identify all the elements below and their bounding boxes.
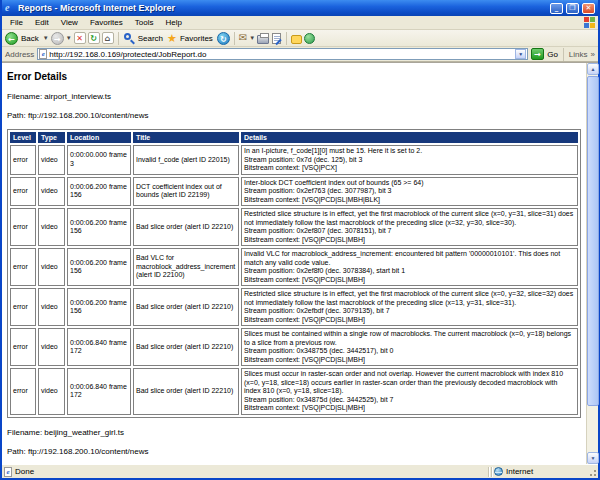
path-label: Path: [7, 447, 26, 456]
history-icon[interactable]: ↻ [217, 32, 230, 45]
addressbar-separator [563, 48, 564, 61]
cell-type: video [38, 145, 65, 175]
stop-icon[interactable]: ✕ [74, 32, 86, 44]
table-header-row: Level Type Location Title Details [10, 132, 578, 143]
menu-favorites[interactable]: Favorites [84, 18, 129, 27]
messenger-icon[interactable] [304, 33, 315, 44]
resize-grip[interactable] [588, 468, 596, 476]
cell-type: video [38, 248, 65, 286]
cell-location: 0:00:06.200 frame 156 [67, 248, 131, 286]
path-line: Path: ftp://192.168.200.10/content/news [7, 111, 581, 120]
menu-help[interactable]: Help [159, 18, 187, 27]
detail-line: Stream position: 0x2ef807 (dec. 3078151)… [244, 227, 575, 236]
cell-details: Slices must occur in raster-scan order a… [241, 368, 578, 415]
detail-line: Bitstream context: [VSQ|PCD|SL|MBH] [244, 316, 575, 325]
cell-title: Bad slice order (alert ID 22210) [133, 328, 239, 366]
standard-toolbar: ← Back ▼ → ▼ ✕ ↻ ⌂ Search ★ Favorites ↻ … [2, 30, 598, 47]
col-details: Details [241, 132, 578, 143]
filename-label: Filename: [7, 428, 42, 437]
detail-line: Stream position: 0x34875d (dec. 3442525)… [244, 396, 575, 405]
menu-view[interactable]: View [55, 18, 84, 27]
table-row: error video 0:00:06.840 frame 172 Bad sl… [10, 328, 578, 366]
toolbar-separator [234, 32, 235, 45]
mail-dropdown-icon[interactable]: ▼ [249, 35, 255, 41]
refresh-icon[interactable]: ↻ [88, 32, 100, 44]
forward-dropdown-icon[interactable]: ▼ [66, 35, 72, 41]
flag-yellow [590, 23, 595, 28]
favorites-star-icon[interactable]: ★ [167, 32, 177, 44]
cell-type: video [38, 208, 65, 246]
edit-icon[interactable] [272, 33, 281, 44]
path-line: Path: ftp://192.168.200.10/content/news [7, 447, 581, 456]
cell-title: Invalid f_code (alert ID 22015) [133, 145, 239, 175]
cell-title: Bad slice order (alert ID 22210) [133, 288, 239, 326]
cell-type: video [38, 288, 65, 326]
favorites-label[interactable]: Favorites [180, 34, 213, 43]
search-label[interactable]: Search [138, 34, 163, 43]
cell-title: Bad slice order (alert ID 22210) [133, 368, 239, 415]
detail-line: Bitstream context: [VSQ|PCD|SL|MBH|BLK] [244, 196, 575, 205]
cell-details: Restricted slice structure is in effect,… [241, 288, 578, 326]
cell-level: error [10, 328, 36, 366]
scrollbar-thumb[interactable] [587, 76, 599, 406]
table-row: error video 0:00:06.200 frame 156 Bad sl… [10, 208, 578, 246]
menu-file[interactable]: File [4, 18, 29, 27]
maximize-button[interactable]: ❐ [566, 3, 579, 14]
menu-tools[interactable]: Tools [129, 18, 160, 27]
links-chevron-icon[interactable]: » [591, 50, 595, 59]
mail-icon[interactable]: ✉ [239, 32, 247, 44]
path-value: ftp://192.168.200.10/content/news [28, 447, 149, 456]
address-label: Address [5, 50, 34, 59]
detail-line: Invalid VLC for macroblock_address_incre… [244, 250, 575, 267]
back-label[interactable]: Back [21, 34, 39, 43]
detail-line: Slices must be contained within a single… [244, 330, 575, 347]
print-icon[interactable] [257, 35, 269, 44]
go-button-icon[interactable]: → [531, 48, 544, 60]
forward-icon[interactable]: → [51, 32, 64, 45]
cell-details: In an I-picture, f_code[1][0] must be 15… [241, 145, 578, 175]
back-dropdown-icon[interactable]: ▼ [43, 35, 49, 41]
address-url[interactable]: http://192.168.0.169/protected/JobReport… [49, 50, 513, 59]
detail-line: Restricted slice structure is in effect,… [244, 210, 575, 227]
cell-title: DCT coefficient index out of bounds (ale… [133, 177, 239, 207]
home-icon[interactable]: ⌂ [102, 32, 114, 44]
vertical-scrollbar[interactable]: ▲ ▼ [586, 63, 598, 464]
content-area: Error Details Filename: airport_intervie… [2, 62, 598, 464]
status-bar: e Done Internet [2, 464, 598, 478]
detail-line: Bitstream context: [VSQ|PCD|SL|MBH] [244, 404, 575, 413]
report-page: Error Details Filename: airport_intervie… [2, 63, 586, 464]
search-icon[interactable] [123, 32, 135, 44]
cell-location: 0:00:06.200 frame 156 [67, 288, 131, 326]
detail-line: In an I-picture, f_code[1][0] must be 15… [244, 147, 575, 156]
cell-details: Slices must be contained within a single… [241, 328, 578, 366]
flag-green [590, 17, 595, 22]
browser-window: e Reports - Microsoft Internet Explorer … [0, 0, 600, 480]
minimize-button[interactable]: _ [550, 3, 563, 14]
col-level: Level [10, 132, 36, 143]
scroll-down-icon[interactable]: ▼ [587, 452, 599, 464]
error-table-1: Level Type Location Title Details error … [7, 129, 581, 418]
cell-details: Inter-block DCT coefficient index out of… [241, 177, 578, 207]
detail-line: Stream position: 0x348755 (dec. 3442517)… [244, 347, 575, 356]
flag-blue [584, 23, 589, 28]
status-left-panel: e Done [4, 467, 486, 477]
cell-location: 0:00:06.840 frame 172 [67, 328, 131, 366]
address-bar: Address e http://192.168.0.169/protected… [2, 47, 598, 62]
back-icon[interactable]: ← [5, 32, 18, 45]
detail-line: Stream position: 0x2efbdf (dec. 3079135)… [244, 307, 575, 316]
address-input[interactable]: e http://192.168.0.169/protected/JobRepo… [37, 48, 528, 60]
close-button[interactable]: ✕ [582, 3, 595, 14]
scroll-up-icon[interactable]: ▲ [587, 63, 599, 75]
cell-type: video [38, 328, 65, 366]
cell-type: video [38, 368, 65, 415]
zone-text: Internet [506, 467, 533, 476]
links-label[interactable]: Links [569, 50, 588, 59]
go-label[interactable]: Go [547, 50, 558, 59]
discuss-icon[interactable] [291, 35, 302, 44]
cell-location: 0:00:06.200 frame 156 [67, 177, 131, 207]
col-type: Type [38, 132, 65, 143]
menu-edit[interactable]: Edit [29, 18, 55, 27]
status-separator [491, 467, 492, 477]
filename-value: beijing_weather_girl.ts [44, 428, 124, 437]
address-dropdown-icon[interactable]: ▼ [515, 49, 526, 59]
